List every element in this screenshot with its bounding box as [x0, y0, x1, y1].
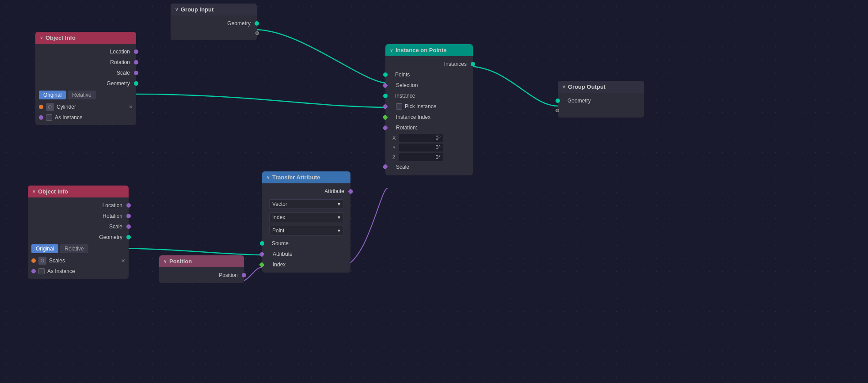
- instance-index-socket[interactable]: [382, 114, 388, 120]
- dropdown-point-arrow: ▾: [338, 228, 340, 234]
- attribute-output-socket[interactable]: [259, 251, 265, 257]
- rotation-socket-1[interactable]: [134, 60, 138, 64]
- original-btn-2[interactable]: Original: [31, 244, 58, 253]
- scale-input-row: Scale: [385, 162, 473, 173]
- output-geometry-row: Geometry: [171, 18, 257, 29]
- attribute-input-socket[interactable]: [348, 189, 354, 194]
- as-instance-toggle-1[interactable]: [46, 114, 52, 121]
- rotation-socket-iop[interactable]: [382, 125, 388, 131]
- object-info-2-node: ∨ Object Info Location Rotation Scale Ge…: [28, 186, 129, 279]
- instance-on-points-title: Instance on Points: [396, 47, 447, 53]
- object-info-1-node: ∨ Object Info Location Rotation Scale Ge…: [35, 32, 136, 125]
- dropdown-vector[interactable]: Vector ▾: [269, 199, 343, 209]
- rot-x-label: X: [392, 135, 399, 140]
- toggle-socket-2[interactable]: [31, 269, 36, 273]
- transfer-attribute-node: ∨ Transfer Attribute Attribute Vector ▾ …: [262, 171, 350, 273]
- instances-output-socket[interactable]: [471, 62, 475, 66]
- object-info-2-title: Object Info: [38, 188, 68, 195]
- scale-input-socket[interactable]: [382, 164, 388, 170]
- rotation-socket-2[interactable]: [126, 214, 131, 218]
- go-geometry-row: Geometry: [558, 95, 644, 106]
- object-socket-1[interactable]: [39, 105, 43, 109]
- dropdown-index-row: Index ▾: [266, 212, 347, 223]
- location-label-1: Location: [110, 49, 130, 55]
- dropdown-vector-row: Vector ▾: [266, 198, 347, 210]
- group-input-node: ∨ Group Input Geometry: [171, 4, 257, 40]
- selection-input-socket[interactable]: [382, 83, 388, 88]
- scale-label-2: Scale: [109, 224, 122, 230]
- original-btn-1[interactable]: Original: [39, 91, 66, 99]
- location-socket-2[interactable]: [126, 203, 131, 208]
- scale-label-1: Scale: [117, 70, 130, 76]
- location-socket-1[interactable]: [134, 49, 138, 54]
- location-label-2: Location: [103, 202, 122, 209]
- points-input-socket[interactable]: [383, 72, 388, 77]
- attribute-input-label: Attribute: [324, 188, 344, 194]
- geometry-socket-1[interactable]: [134, 81, 138, 86]
- group-output-body: Geometry: [558, 93, 644, 118]
- rot-y-input[interactable]: [399, 144, 443, 152]
- as-instance-toggle-2[interactable]: [38, 268, 45, 274]
- object-name-1[interactable]: Cylinder: [57, 104, 126, 110]
- location-row-2: Location: [28, 200, 129, 211]
- scale-socket-2[interactable]: [126, 224, 131, 229]
- go-extra-socket[interactable]: [556, 109, 559, 112]
- object-row-2: ⬡ Scales ✕: [28, 255, 129, 266]
- pick-instance-label: Pick Instance: [405, 103, 436, 110]
- position-output-socket[interactable]: [242, 273, 246, 277]
- instances-output-label: Instances: [444, 61, 467, 67]
- transfer-attribute-header: ∨ Transfer Attribute: [262, 171, 350, 183]
- rot-y-label: Y: [392, 145, 399, 150]
- btn-row-2: Original Relative: [28, 243, 129, 255]
- rot-x-input[interactable]: [399, 134, 443, 142]
- source-output-row: Source: [262, 238, 350, 249]
- object-name-2[interactable]: Scales: [49, 258, 118, 264]
- geometry-socket-2[interactable]: [126, 235, 131, 239]
- instance-on-points-header: ∨ Instance on Points: [385, 44, 473, 56]
- transfer-attribute-body: Attribute Vector ▾ Index ▾ Point ▾ Sourc: [262, 183, 350, 273]
- rot-z-input[interactable]: [399, 153, 443, 161]
- btn-row-1: Original Relative: [35, 89, 136, 101]
- dropdown-point-row: Point ▾: [266, 225, 347, 236]
- source-output-label: Source: [272, 240, 289, 246]
- pick-instance-socket[interactable]: [382, 104, 388, 110]
- relative-btn-2[interactable]: Relative: [60, 244, 88, 253]
- rotation-row-2: Rotation: [28, 211, 129, 221]
- geometry-output-socket[interactable]: [255, 21, 259, 26]
- scale-row-1: Scale: [35, 68, 136, 78]
- rotation-header-row: Rotation:: [385, 122, 473, 133]
- pick-instance-toggle[interactable]: [396, 103, 402, 110]
- extra-socket[interactable]: [255, 31, 259, 35]
- object-socket-2[interactable]: [31, 258, 36, 263]
- dropdown-vector-label: Vector: [272, 201, 287, 207]
- source-output-socket[interactable]: [260, 241, 264, 246]
- collapse-arrow-2[interactable]: ∨: [32, 189, 35, 194]
- group-output-title: Group Output: [568, 83, 605, 90]
- scale-socket-1[interactable]: [134, 71, 138, 75]
- toggle-socket-1[interactable]: [39, 115, 43, 120]
- collapse-arrow-go[interactable]: ∨: [562, 84, 565, 89]
- relative-btn-1[interactable]: Relative: [68, 91, 95, 99]
- object-clear-2[interactable]: ✕: [121, 258, 125, 264]
- scale-row-2: Scale: [28, 221, 129, 232]
- dropdown-point[interactable]: Point ▾: [269, 226, 343, 235]
- points-input-row: Points: [385, 69, 473, 80]
- instance-input-socket[interactable]: [383, 94, 388, 98]
- collapse-arrow[interactable]: ∨: [175, 7, 178, 12]
- dropdown-point-label: Point: [272, 228, 284, 234]
- collapse-arrow-pos[interactable]: ∨: [164, 259, 167, 264]
- collapse-arrow-1[interactable]: ∨: [40, 35, 43, 40]
- object-icon-1: ⬡: [46, 103, 54, 111]
- instance-on-points-node: ∨ Instance on Points Instances Points Se…: [385, 44, 473, 175]
- rotation-z-row: Z: [385, 152, 473, 162]
- index-output-socket[interactable]: [259, 262, 265, 268]
- collapse-arrow-ta[interactable]: ∨: [266, 175, 270, 180]
- collapse-arrow-iop[interactable]: ∨: [390, 48, 393, 53]
- dropdown-index[interactable]: Index ▾: [269, 212, 343, 222]
- go-geometry-socket[interactable]: [556, 99, 560, 103]
- instance-on-points-body: Instances Points Selection Instance Pick…: [385, 56, 473, 175]
- attribute-output-label: Attribute: [273, 251, 293, 257]
- instances-output-row: Instances: [385, 59, 473, 69]
- object-info-1-title: Object Info: [46, 34, 76, 41]
- object-clear-1[interactable]: ✕: [129, 104, 133, 110]
